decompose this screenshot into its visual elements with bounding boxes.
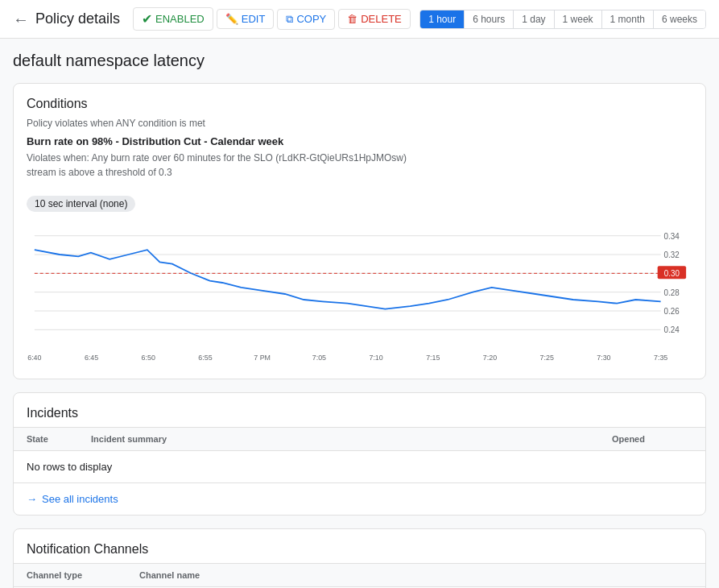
see-all-incidents[interactable]: → See all incidents [14,483,705,515]
condition-item: Burn rate on 98% - Distribution Cut - Ca… [14,135,705,189]
incidents-no-rows: No rows to display [14,451,705,483]
svg-text:7 PM: 7 PM [254,354,271,362]
col-channel-type: Channel type [27,570,139,580]
svg-text:7:20: 7:20 [483,354,497,362]
svg-text:6:50: 6:50 [142,354,155,362]
svg-text:7:05: 7:05 [312,354,326,362]
col-opened: Opened [612,434,692,444]
svg-text:0.26: 0.26 [664,307,680,316]
incidents-table-header: State Incident summary Opened [14,427,705,451]
edit-button[interactable]: ✏️ EDIT [217,9,275,29]
arrow-right-icon: → [27,493,37,505]
header-actions: ✔ ENABLED ✏️ EDIT ⧉ COPY 🗑 DELETE [133,7,411,31]
incidents-heading: Incidents [14,393,705,427]
svg-text:0.28: 0.28 [664,288,680,297]
enabled-badge[interactable]: ✔ ENABLED [133,7,213,31]
time-btn-1-week[interactable]: 1 week [555,10,602,28]
svg-text:0.34: 0.34 [664,232,680,241]
condition-desc-1: Violates when: Any burn rate over 60 min… [27,151,692,165]
interval-badge: 10 sec interval (none) [27,196,135,212]
main-content: default namespace latency Conditions Pol… [0,39,719,588]
svg-text:7:25: 7:25 [540,354,554,362]
svg-text:6:55: 6:55 [198,354,212,362]
delete-button[interactable]: 🗑 DELETE [338,9,411,29]
col-channel-name: Channel name [139,570,692,580]
back-button[interactable]: ← [13,11,29,27]
time-range-selector: 1 hour6 hours1 day1 week1 month6 weeks [419,10,706,29]
svg-text:0.24: 0.24 [664,325,680,334]
edit-icon: ✏️ [225,13,238,25]
svg-text:7:35: 7:35 [654,354,667,362]
condition-desc-2: stream is above a threshold of 0.3 [27,165,692,180]
time-btn-1-month[interactable]: 1 month [602,10,654,28]
svg-text:7:15: 7:15 [426,354,440,362]
delete-icon: 🗑 [347,13,357,25]
time-btn-1-hour[interactable]: 1 hour [420,10,465,28]
notification-heading: Notification Channels [14,529,705,563]
svg-text:7:10: 7:10 [369,354,382,362]
chart-container: 0.340.320.300.280.260.240.306:406:456:50… [14,218,705,379]
svg-text:0.30: 0.30 [664,269,680,278]
notification-table-header: Channel type Channel name [14,563,705,587]
page-title-header: Policy details [35,10,120,27]
chart-svg: 0.340.320.300.280.260.240.306:406:456:50… [27,218,692,363]
col-state: State [27,434,91,444]
svg-text:6:40: 6:40 [27,354,41,362]
svg-text:7:30: 7:30 [597,354,610,362]
policy-name: default namespace latency [13,52,706,70]
conditions-card: Conditions Policy violates when ANY cond… [13,83,706,379]
svg-text:6:45: 6:45 [85,354,98,362]
check-icon: ✔ [142,11,152,27]
time-btn-6-weeks[interactable]: 6 weeks [654,10,705,28]
condition-title: Burn rate on 98% - Distribution Cut - Ca… [27,135,692,147]
notification-channels-card: Notification Channels Channel type Chann… [13,528,706,588]
svg-text:0.32: 0.32 [664,251,680,259]
incidents-card: Incidents State Incident summary Opened … [13,392,706,516]
conditions-subtitle: Policy violates when ANY condition is me… [14,118,705,135]
header: ← Policy details ✔ ENABLED ✏️ EDIT ⧉ COP… [0,0,719,39]
copy-icon: ⧉ [286,13,293,26]
copy-button[interactable]: ⧉ COPY [277,9,335,30]
time-btn-1-day[interactable]: 1 day [514,10,554,28]
conditions-heading: Conditions [14,84,705,118]
time-btn-6-hours[interactable]: 6 hours [465,10,514,28]
col-summary: Incident summary [91,434,612,444]
